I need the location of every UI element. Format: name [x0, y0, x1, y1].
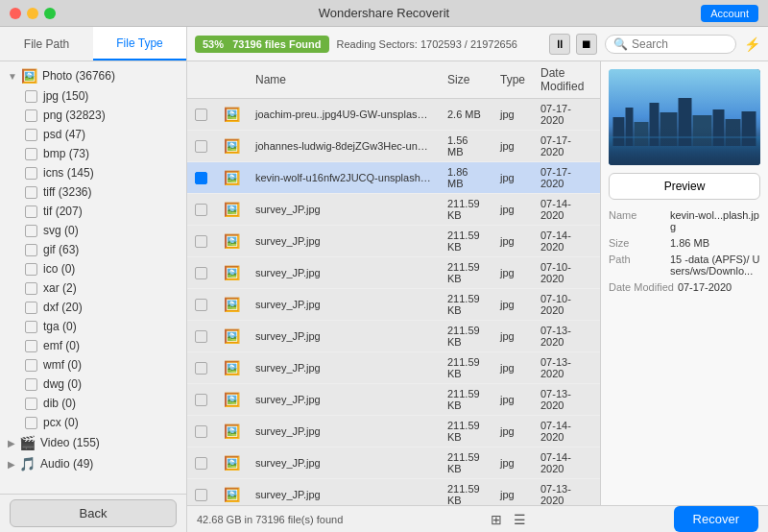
file-icon: 🖼️: [224, 138, 240, 154]
toolbar-icons: ⏸ ⏹: [549, 34, 597, 55]
sidebar-item-photo[interactable]: ▼ 🖼️ Photo (36766): [0, 65, 186, 86]
row-date-cell: 07-14-2020: [533, 447, 600, 479]
col-size[interactable]: Size: [440, 61, 492, 99]
table-row[interactable]: 🖼️ survey_JP.jpg 211.59 KB jpg 07-14-202…: [187, 447, 600, 479]
tab-file-path[interactable]: File Path: [0, 27, 93, 60]
table-row[interactable]: 🖼️ survey_JP.jpg 211.59 KB jpg 07-14-202…: [187, 194, 600, 226]
search-input[interactable]: [632, 37, 728, 51]
recover-button[interactable]: Recover: [674, 506, 758, 532]
icns-checkbox[interactable]: [25, 167, 37, 180]
row-checkbox[interactable]: [195, 140, 207, 153]
traffic-lights: [10, 8, 56, 19]
row-icon-cell: 🖼️: [216, 194, 248, 226]
sidebar-item-ico[interactable]: ico (0): [0, 259, 186, 278]
sidebar-item-jpg[interactable]: jpg (150): [0, 86, 186, 106]
table-row[interactable]: 🖼️ survey_JP.jpg 211.59 KB jpg 07-14-202…: [187, 226, 600, 257]
row-size-cell: 211.59 KB: [440, 289, 492, 321]
row-checkbox[interactable]: [195, 172, 207, 184]
sidebar-item-xar[interactable]: xar (2): [0, 278, 186, 298]
col-name[interactable]: Name: [248, 61, 440, 99]
row-type-cell: jpg: [492, 194, 533, 226]
grid-view-button[interactable]: ⊞: [487, 510, 506, 529]
tiff-checkbox[interactable]: [25, 186, 37, 199]
sidebar-item-gif[interactable]: gif (63): [0, 240, 186, 259]
psd-checkbox[interactable]: [25, 129, 37, 141]
sidebar-item-tiff[interactable]: tiff (3236): [0, 182, 186, 202]
dwg-checkbox[interactable]: [25, 378, 37, 391]
ico-checkbox[interactable]: [25, 263, 37, 276]
table-row[interactable]: 🖼️ survey_JP.jpg 211.59 KB jpg 07-14-202…: [187, 416, 600, 447]
dxf-checkbox[interactable]: [25, 302, 37, 314]
table-row[interactable]: 🖼️ survey_JP.jpg 211.59 KB jpg 07-13-202…: [187, 384, 600, 416]
table-row[interactable]: 🖼️ survey_JP.jpg 211.59 KB jpg 07-10-202…: [187, 289, 600, 321]
sidebar-item-png[interactable]: png (32823): [0, 106, 186, 125]
png-checkbox[interactable]: [25, 109, 37, 122]
back-button[interactable]: Back: [10, 499, 177, 527]
sidebar-item-pcx[interactable]: pcx (0): [0, 413, 186, 432]
table-row[interactable]: 🖼️ survey_JP.jpg 211.59 KB jpg 07-13-202…: [187, 352, 600, 384]
tga-checkbox[interactable]: [25, 321, 37, 333]
sidebar-item-wmf[interactable]: wmf (0): [0, 355, 186, 375]
minimize-button[interactable]: [27, 8, 38, 19]
pcx-checkbox[interactable]: [25, 417, 37, 429]
preview-button[interactable]: Preview: [609, 173, 760, 200]
xar-checkbox[interactable]: [25, 282, 37, 295]
row-checkbox[interactable]: [195, 204, 207, 216]
bmp-checkbox[interactable]: [25, 148, 37, 160]
tif-checkbox[interactable]: [25, 206, 37, 218]
sidebar-tabs: File Path File Type: [0, 27, 186, 61]
table-row[interactable]: 🖼️ joachim-preu..jpg4U9-GW-unsplash.jpg …: [187, 99, 600, 131]
emf-checkbox[interactable]: [25, 340, 37, 352]
row-checkbox-cell: [187, 321, 216, 352]
row-checkbox[interactable]: [195, 489, 207, 501]
table-row[interactable]: 🖼️ survey_JP.jpg 211.59 KB jpg 07-13-202…: [187, 321, 600, 352]
row-checkbox-cell: [187, 226, 216, 257]
row-checkbox[interactable]: [195, 394, 207, 406]
table-row[interactable]: 🖼️ survey_JP.jpg 211.59 KB jpg 07-10-202…: [187, 257, 600, 289]
row-checkbox[interactable]: [195, 299, 207, 311]
preview-overlay: [609, 127, 760, 165]
row-checkbox[interactable]: [195, 362, 207, 375]
col-type[interactable]: Type: [492, 61, 533, 99]
dib-checkbox[interactable]: [25, 398, 37, 410]
maximize-button[interactable]: [44, 8, 56, 19]
sidebar-item-svg[interactable]: svg (0): [0, 221, 186, 240]
table-row[interactable]: 🖼️ johannes-ludwig-8dejZGw3Hec-unsplash.…: [187, 131, 600, 162]
row-type-cell: jpg: [492, 131, 533, 162]
sidebar-item-tga[interactable]: tga (0): [0, 317, 186, 336]
row-checkbox[interactable]: [195, 235, 207, 248]
sidebar-item-dxf[interactable]: dxf (20): [0, 298, 186, 317]
sidebar-item-video[interactable]: ▶ 🎬 Video (155): [0, 432, 186, 453]
row-checkbox[interactable]: [195, 267, 207, 279]
sidebar-item-tif[interactable]: tif (207): [0, 202, 186, 221]
file-table: Name Size Type Date Modified 🖼️ joachim-…: [187, 61, 600, 505]
close-button[interactable]: [10, 8, 21, 19]
wmf-checkbox[interactable]: [25, 359, 37, 372]
sidebar-item-emf[interactable]: emf (0): [0, 336, 186, 355]
row-checkbox[interactable]: [195, 330, 207, 343]
pause-button[interactable]: ⏸: [549, 34, 570, 55]
svg-checkbox[interactable]: [25, 225, 37, 237]
row-checkbox[interactable]: [195, 425, 207, 438]
tab-file-type[interactable]: File Type: [93, 27, 186, 60]
sidebar-item-psd[interactable]: psd (47): [0, 125, 186, 144]
sidebar-item-dwg[interactable]: dwg (0): [0, 375, 186, 394]
jpg-checkbox[interactable]: [25, 90, 37, 103]
sidebar-item-dib[interactable]: dib (0): [0, 394, 186, 413]
sidebar-item-bmp[interactable]: bmp (73): [0, 144, 186, 163]
row-type-cell: jpg: [492, 321, 533, 352]
col-date[interactable]: Date Modified: [533, 61, 600, 99]
filter-icon[interactable]: ⚡: [744, 36, 760, 52]
table-row[interactable]: 🖼️ kevin-wolf-u16nfw2JUCQ-unsplash.jpg 1…: [187, 162, 600, 194]
gif-checkbox[interactable]: [25, 244, 37, 256]
list-view-button[interactable]: ☰: [510, 510, 529, 529]
row-checkbox[interactable]: [195, 109, 207, 121]
row-checkbox[interactable]: [195, 457, 207, 470]
sidebar-item-audio[interactable]: ▶ 🎵 Audio (49): [0, 453, 186, 474]
sidebar-item-icns[interactable]: icns (145): [0, 163, 186, 182]
stop-button[interactable]: ⏹: [576, 34, 597, 55]
account-button[interactable]: Account: [701, 5, 758, 22]
row-name-cell: survey_JP.jpg: [248, 352, 440, 384]
reading-sectors-text: Reading Sectors: 1702593 / 21972656: [337, 38, 541, 50]
table-row[interactable]: 🖼️ survey_JP.jpg 211.59 KB jpg 07-13-202…: [187, 479, 600, 506]
